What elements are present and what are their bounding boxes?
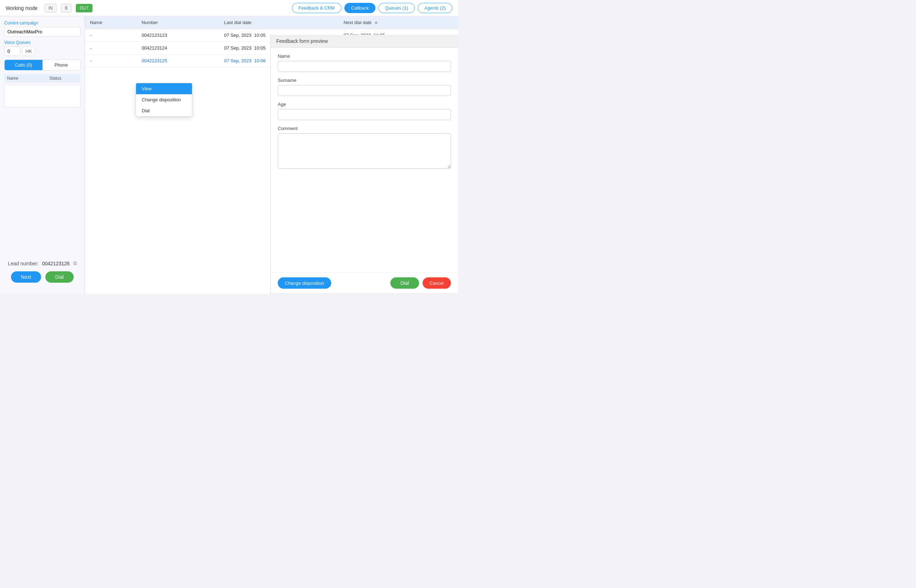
calls-tab[interactable]: Calls (0) (5, 60, 42, 70)
tab-feedback-crm[interactable]: Feedback & CRM (292, 3, 342, 13)
working-mode-label: Working mode (6, 5, 37, 11)
left-panel: Current campaign Voice Queues HK Calls (… (0, 16, 85, 294)
context-menu-dial[interactable]: Dial (136, 105, 192, 116)
tab-agents[interactable]: Agents (2) (418, 3, 452, 13)
current-campaign-label: Current campaign (4, 21, 81, 26)
voice-queues-group: HK (4, 47, 81, 56)
cancel-button[interactable]: Cancel (423, 277, 451, 289)
row-name: - (85, 42, 137, 55)
name-column-header: Name (7, 76, 49, 81)
main-content: Current campaign Voice Queues HK Calls (… (0, 16, 458, 294)
lead-number-value: 0042123126 (42, 261, 70, 267)
feedback-form-footer: Change disposition Dial Cancel (271, 272, 458, 294)
action-buttons: Next Dial (11, 271, 74, 283)
campaign-group (4, 27, 81, 37)
form-field-age: Age (278, 102, 451, 120)
form-input-surname[interactable] (278, 85, 451, 96)
feedback-form-body: Name Surname Age Comment (271, 48, 458, 272)
voice-queues-field: Voice Queues HK (4, 40, 81, 56)
dial-button[interactable]: Dial (45, 271, 74, 283)
feedback-form-header: Feedback form preview (271, 35, 458, 48)
col-header-last-dial: Last dial date (219, 16, 339, 29)
voice-queues-label: Voice Queues (4, 40, 81, 45)
voice-queues-badge: HK (22, 47, 35, 56)
row-number: 0042123124 (137, 42, 219, 55)
tab-queues[interactable]: Queues (1) (378, 3, 415, 13)
table-header-row: Name Number Last dial date Next dial dat… (85, 16, 458, 29)
col-header-next-dial[interactable]: Next dial date ∧ (339, 16, 458, 29)
form-label-age: Age (278, 102, 451, 107)
sort-icon: ∧ (375, 20, 378, 25)
form-label-comment: Comment (278, 126, 451, 131)
list-header: Name Status (4, 74, 81, 82)
col-header-name: Name (85, 16, 137, 29)
footer-right-buttons: Dial Cancel (390, 277, 451, 289)
form-label-surname: Surname (278, 78, 451, 83)
row-name: - (85, 55, 137, 67)
calls-tabs: Calls (0) Phone (4, 60, 81, 71)
app-container: Working mode IN B OUT Feedback & CRM Cal… (0, 0, 458, 294)
campaign-field: Current campaign (4, 21, 81, 37)
tab-nav: Feedback & CRM Callback Queues (1) Agent… (292, 3, 452, 13)
tab-callback[interactable]: Callback (344, 3, 375, 13)
voice-queues-input[interactable] (4, 47, 20, 56)
copy-icon[interactable]: ⧉ (73, 260, 77, 267)
form-label-name: Name (278, 53, 451, 59)
form-input-age[interactable] (278, 109, 451, 120)
context-menu: View Change disposition Dial (136, 83, 192, 116)
form-field-name: Name (278, 53, 451, 72)
row-number: 0042123125 (137, 55, 219, 67)
status-column-header: Status (49, 76, 78, 81)
form-input-name[interactable] (278, 61, 451, 72)
change-disposition-button[interactable]: Change disposition (278, 277, 331, 289)
lead-section: Lead number: 0042123126 ⧉ Next Dial (4, 253, 81, 290)
row-number: 0042123123 (137, 29, 219, 42)
context-menu-change-disposition[interactable]: Change disposition (136, 94, 192, 105)
context-menu-view[interactable]: View (136, 83, 192, 94)
mode-btn-b[interactable]: B (61, 4, 71, 12)
mode-btn-out[interactable]: OUT (76, 4, 92, 12)
row-name: - (85, 29, 137, 42)
form-field-comment: Comment (278, 126, 451, 169)
mode-btn-in[interactable]: IN (45, 4, 57, 12)
feedback-dial-button[interactable]: Dial (390, 277, 419, 289)
calls-list-body (4, 86, 81, 107)
phone-tab[interactable]: Phone (42, 60, 81, 70)
next-button[interactable]: Next (11, 271, 41, 283)
col-header-number: Number (137, 16, 219, 29)
form-field-surname: Surname (278, 78, 451, 96)
lead-number-row: Lead number: 0042123126 ⧉ (8, 260, 76, 267)
lead-number-label: Lead number: (8, 261, 38, 267)
top-nav: Working mode IN B OUT Feedback & CRM Cal… (0, 0, 458, 16)
form-textarea-comment[interactable] (278, 133, 451, 169)
feedback-panel: Feedback form preview Name Surname Age C… (270, 35, 458, 294)
campaign-input[interactable] (4, 27, 81, 37)
